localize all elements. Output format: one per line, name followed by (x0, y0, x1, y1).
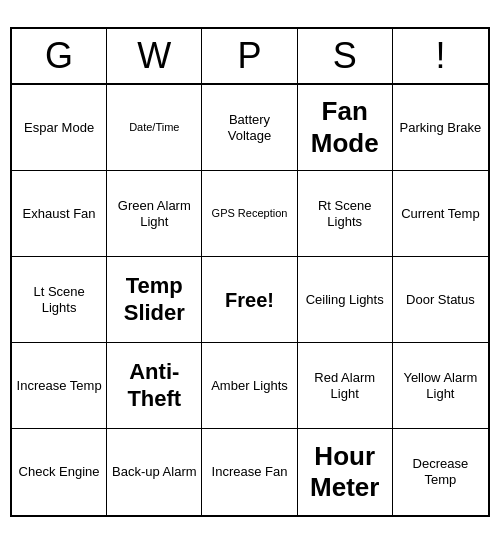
bingo-cell-text-20: Check Engine (19, 464, 100, 480)
bingo-cell-18[interactable]: Red Alarm Light (298, 343, 393, 429)
bingo-cell-2[interactable]: Battery Voltage (202, 85, 297, 171)
bingo-cell-text-5: Exhaust Fan (23, 206, 96, 222)
bingo-cell-7[interactable]: GPS Reception (202, 171, 297, 257)
bingo-cell-13[interactable]: Ceiling Lights (298, 257, 393, 343)
bingo-cell-text-18: Red Alarm Light (302, 370, 388, 401)
bingo-cell-10[interactable]: Lt Scene Lights (12, 257, 107, 343)
bingo-cell-text-14: Door Status (406, 292, 475, 308)
bingo-cell-text-13: Ceiling Lights (306, 292, 384, 308)
bingo-cell-text-8: Rt Scene Lights (302, 198, 388, 229)
bingo-cell-9[interactable]: Current Temp (393, 171, 488, 257)
bingo-cell-24[interactable]: Decrease Temp (393, 429, 488, 515)
bingo-cell-text-23: Hour Meter (302, 441, 388, 503)
bingo-cell-text-19: Yellow Alarm Light (397, 370, 484, 401)
bingo-cell-text-24: Decrease Temp (397, 456, 484, 487)
header-cell-s: S (298, 29, 393, 83)
bingo-cell-17[interactable]: Amber Lights (202, 343, 297, 429)
bingo-cell-1[interactable]: Date/Time (107, 85, 202, 171)
bingo-cell-15[interactable]: Increase Temp (12, 343, 107, 429)
bingo-cell-5[interactable]: Exhaust Fan (12, 171, 107, 257)
bingo-cell-text-4: Parking Brake (400, 120, 482, 136)
bingo-card: GWPS! Espar ModeDate/TimeBattery Voltage… (10, 27, 490, 517)
bingo-grid: Espar ModeDate/TimeBattery VoltageFan Mo… (12, 85, 488, 515)
bingo-cell-0[interactable]: Espar Mode (12, 85, 107, 171)
bingo-cell-21[interactable]: Back-up Alarm (107, 429, 202, 515)
bingo-cell-19[interactable]: Yellow Alarm Light (393, 343, 488, 429)
bingo-cell-8[interactable]: Rt Scene Lights (298, 171, 393, 257)
bingo-cell-11[interactable]: Temp Slider (107, 257, 202, 343)
bingo-cell-text-0: Espar Mode (24, 120, 94, 136)
bingo-cell-14[interactable]: Door Status (393, 257, 488, 343)
bingo-cell-12[interactable]: Free! (202, 257, 297, 343)
bingo-cell-text-2: Battery Voltage (206, 112, 292, 143)
bingo-cell-text-17: Amber Lights (211, 378, 288, 394)
header-cell-p: P (202, 29, 297, 83)
bingo-cell-6[interactable]: Green Alarm Light (107, 171, 202, 257)
bingo-cell-text-15: Increase Temp (17, 378, 102, 394)
bingo-cell-text-1: Date/Time (129, 121, 179, 134)
bingo-cell-4[interactable]: Parking Brake (393, 85, 488, 171)
bingo-cell-20[interactable]: Check Engine (12, 429, 107, 515)
bingo-cell-text-3: Fan Mode (302, 96, 388, 158)
bingo-cell-text-21: Back-up Alarm (112, 464, 197, 480)
bingo-cell-22[interactable]: Increase Fan (202, 429, 297, 515)
header-cell-w: W (107, 29, 202, 83)
bingo-cell-16[interactable]: Anti-Theft (107, 343, 202, 429)
bingo-cell-text-22: Increase Fan (212, 464, 288, 480)
bingo-cell-3[interactable]: Fan Mode (298, 85, 393, 171)
bingo-cell-text-7: GPS Reception (212, 207, 288, 220)
header-row: GWPS! (12, 29, 488, 85)
bingo-cell-text-10: Lt Scene Lights (16, 284, 102, 315)
bingo-cell-text-6: Green Alarm Light (111, 198, 197, 229)
header-cell-g: G (12, 29, 107, 83)
bingo-cell-23[interactable]: Hour Meter (298, 429, 393, 515)
bingo-cell-text-12: Free! (225, 288, 274, 312)
bingo-cell-text-16: Anti-Theft (111, 359, 197, 412)
bingo-cell-text-11: Temp Slider (111, 273, 197, 326)
header-cell-!: ! (393, 29, 488, 83)
bingo-cell-text-9: Current Temp (401, 206, 480, 222)
